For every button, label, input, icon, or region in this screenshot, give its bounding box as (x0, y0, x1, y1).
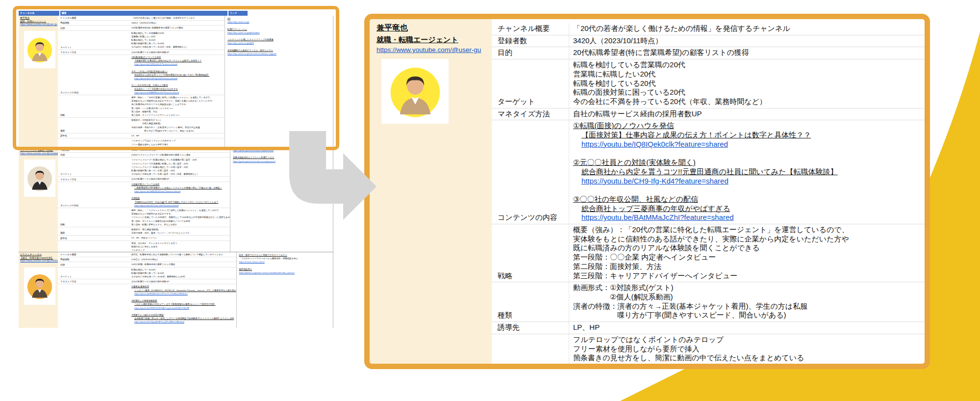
url-link[interactable]: https://www.youtube.com/@uzuz5236/featur… (20, 260, 58, 263)
zoom-arrow-icon (284, 128, 382, 226)
row-label: 種類 (58, 227, 130, 235)
text-line (227, 34, 333, 38)
channel-url-link[interactable]: https://www.youtube.com/@user-gu (377, 45, 488, 55)
text-line: フリー素材を使用しながら要所で挿入 (573, 345, 925, 354)
text-line (227, 45, 333, 49)
url-link[interactable]: https://www.youtube.com/@user-gu (20, 23, 58, 27)
row-label: 目的 (492, 47, 569, 59)
text-line: リクルートグループへ転職を検討している営業職の第二新卒・20代 (131, 158, 230, 161)
row-label: 戦略 (58, 208, 130, 227)
row-content: 転職を検討している20代転職の面接対策に困っている20代今の会社に不満を持ってい… (130, 267, 236, 279)
url-link[interactable]: https://my-career.co.jp/ (227, 20, 333, 24)
text-line (227, 24, 333, 27)
underlined-text-line: 総合商社から内定を貰うコツ!!元豊田通商の社員に聞いてみた【転職体験談】 (131, 73, 225, 77)
url-link[interactable]: https://youtu.be/9qBUMQ8Xsao?feature=sha… (131, 189, 230, 193)
underlined-text-line: ジュエリー業界（KOMEHYO、ESTELLE、Samantha Thavasa… (131, 289, 236, 292)
url-link[interactable]: https://www.youtube.com/@manasan-ch/abou… (20, 152, 58, 156)
url-link[interactable]: https://youtu.be/1l2jjeyHOA?si=QPLnBRsnO… (131, 320, 236, 323)
url-link[interactable]: https://youtu.be/BAtMMaJcZhI?feature=sha… (573, 213, 925, 222)
row-label: 誘導先 (58, 134, 130, 138)
url-link[interactable]: https://youtu.be/BAtMMaJcZhI?feature=sha… (131, 91, 225, 94)
underlined-text-line: 成果報酬型の人材紹介サービス・採用コンサル (227, 49, 333, 52)
sheet-header-links: リンク (228, 11, 248, 16)
underlined-text-line: ③面接でよく聞かれる内容の解説 (131, 313, 236, 317)
underlined-text-line: 志望動機で面接に落ちる！質問ごとのコツを徹底解説【金融業界/マスコミ/リース業界… (131, 317, 236, 320)
sheet-sub-row: 種類動画形式：個人(解説系動画)演者の特徴：30代、服装：Tシャツ、パーカーなど… (58, 227, 230, 235)
text-line: フルテロップではなくポイントのみテロップ (131, 139, 225, 142)
text-line: LP、HP (573, 323, 925, 332)
text-line (573, 149, 925, 158)
channel-photo (24, 160, 55, 197)
detail-row: 戦略概要（強み）：「20代の営業に特化した転職エージェント」を運営しているので、… (492, 224, 925, 282)
avatar-illustration (26, 36, 53, 63)
detail-row: コンテンツの内容①転職(面接)のノウハウを発信【面接対策】仕事内容と成果の伝え方… (492, 120, 925, 224)
underlined-text-line: リノベーション【就職・転職】 (20, 149, 58, 152)
channel-overview-cell: チャンネル概要「20代の若者が楽しく働けるための情報」を発信するチャンネル登録者… (58, 16, 225, 147)
channel-photo (381, 59, 449, 124)
url-link[interactable]: https://career-emon.com/c/ (239, 260, 333, 264)
row-label: チャンネル概要 (58, 16, 130, 20)
text-line: 第二段階：面接対策、方法 (131, 110, 225, 113)
underlined-text-line: 総合商社トップ三菱商事の年収がやばすぎる (573, 204, 925, 214)
underlined-text-line: ①業界別 業界研究 (131, 285, 236, 288)
sheet-sub-row: 編集冒頭、自己紹介→チャンネルコンセプトを言う動画の左上に見出しを表示フルテロッ… (58, 241, 230, 252)
text-line: 就活生、転職希望者に向けて面接戦略ノウハウや様々な業界について解説しているチャン… (131, 253, 236, 256)
row-content: 5460人（2023/10/11時点） (130, 148, 230, 152)
url-link[interactable]: https://my-career.co.jp/lp01/index/ (227, 31, 333, 34)
text-line: LP、HP、問合せフォーム (131, 236, 230, 240)
row-content: 概要（強み）：「20代の営業に特化した転職エージェント」を運営しているので、実体… (569, 224, 925, 282)
url-link[interactable]: https://daini2.co.jp/uzuz-service-introd… (239, 271, 333, 274)
text-line: 動画形式：個人(解説系動画) (131, 228, 230, 231)
text-line: 営業職に転職したい20代 (131, 35, 225, 38)
row-content: 20代転職希望者(特に営業職希望)の顧客リストの獲得 (569, 47, 925, 59)
row-content: フルテロップではなくポイントのみテロップフリー素材を使用しながら要所で挿入箇条書… (130, 138, 225, 147)
underlined-text-line: ③〇〇社の年収公開、社風などの配信 (573, 195, 925, 204)
text-line: 概要（強み）：「20代の営業に特化した転職エージェント」を運営しているので、 (131, 96, 225, 99)
text-line: リクルートグループへ転職を検討している第二新卒・20代 (131, 165, 230, 169)
url-link[interactable]: https://youtu.be/IQ8IQek0clk?feature=sha… (573, 140, 925, 149)
text-line: 20代の就職・転職希望者の顧客リストの獲得 (131, 263, 236, 266)
sheet-sub-row: 誘導先LP、HP (58, 133, 225, 138)
text-line: 今の会社に不満を持っている(年収、業務時間など)20代 (131, 275, 236, 278)
row-content: 概要（強み）：「リクルートグループに特化した転職エージェント」を運営しているので… (130, 208, 230, 227)
sheet-sub-row: チャンネル概要就活生、転職希望者に向けて面接戦略ノウハウや様々な業界について解説… (58, 252, 236, 257)
underlined-text-line: 【面接対策】仕事内容と成果の伝え方！ポイントは数字と具体性？？ (573, 131, 925, 140)
row-content: 自社の転職サービス経由の採用者数UP (569, 108, 925, 120)
underlined-text-line: ①面接対策のノウハウを発信 (131, 183, 230, 186)
text-line: 20代転職希望者(特に営業職希望)の顧客リストの獲得 (573, 48, 925, 57)
row-content: 3420人（2023/10/11時点） (130, 21, 225, 25)
url-link[interactable]: https://my-career.co.jp/service/recruitm… (227, 52, 333, 55)
sheet-sub-row: 戦略概要（強み）：「20代の営業に特化した転職エージェント」を運営しているので、… (58, 95, 225, 117)
text-line: 20代転職希望者(特に営業職希望)の顧客リストの獲得 (131, 26, 225, 29)
row-content: 20代の就職・転職希望者の顧客リストの獲得 (130, 262, 236, 267)
row-content: リクルートグループへ転職を検討している営業職の第二新卒・20代リクルートグループ… (130, 158, 230, 176)
text-line: 動画形式：①対談形式(ゲスト) (573, 283, 925, 293)
sheet-sub-row: コンテンツの内容①面接対策のノウハウを発信〇面接通過率が3倍!面接の〇〇を狙え！… (58, 182, 230, 208)
row-label: 編集 (492, 334, 569, 369)
sheet-sub-row: コンテンツの内容①業界別 業界研究ジュエリー業界（KOMEHYO、ESTELLE… (58, 284, 236, 328)
channel-detail-panel: 兼平竜也 就職・転職エージェント https://www.youtube.com… (364, 14, 930, 369)
url-link[interactable]: https://youtu.be/X8GK2DiN7KA?si=g3-zmeHs… (131, 306, 236, 310)
url-link[interactable]: https://youtu.be/RloHlneGcC4?si=Y1_DfsNw… (131, 292, 236, 295)
text-line: 転職の面接対策に困っている20代 (131, 42, 225, 45)
underlined-text-line: ひろさんチャンネル (20, 253, 58, 257)
underlined-text-line: 無料相談窓口 (239, 267, 333, 271)
row-content: ①転職(面接)のノウハウを発信【面接対策】仕事内容と成果の伝え方！ポイントは数字… (130, 55, 225, 95)
underlined-text-line: ③〇〇社の年収公開、社風などの配信 (131, 83, 225, 87)
url-link[interactable]: https://youtu.be/IQ8IQek0clk?feature=sha… (131, 62, 225, 66)
url-link[interactable]: https://youtu.be/CH9-Ifg-Kd4?feature=sha… (573, 177, 925, 186)
text-line: 転職を検討している20代 (131, 38, 225, 42)
url-link[interactable]: https://youtu.be/e6VYunLODk?feature=shar… (131, 204, 230, 207)
row-content: 転職を検討している営業職の20代営業職に転職したい20代転職を検討している20代… (130, 31, 225, 50)
text-line (239, 264, 333, 267)
text-line (131, 80, 225, 83)
underlined-text-line: 就職・転職エージェント (20, 20, 58, 24)
row-label: チャンネル概要 (58, 252, 130, 257)
text-line (131, 193, 230, 196)
detail-row: 誘導先LP、HP (492, 321, 925, 334)
text-line: 自社の転職サービス経由の採用者数UP (573, 109, 925, 119)
channel-detail-table: チャンネル概要「20代の若者が楽しく働けるための情報」を発信するチャンネル登録者… (492, 19, 925, 369)
url-link[interactable]: https://my-career.co.jp/lp03/ (227, 41, 333, 45)
url-link[interactable]: https://youtu.be/CH9-Ifg-Kd4?feature=sha… (131, 77, 225, 80)
sheet-sub-row: 登録者数5460人（2023/10/11時点） (58, 148, 230, 152)
